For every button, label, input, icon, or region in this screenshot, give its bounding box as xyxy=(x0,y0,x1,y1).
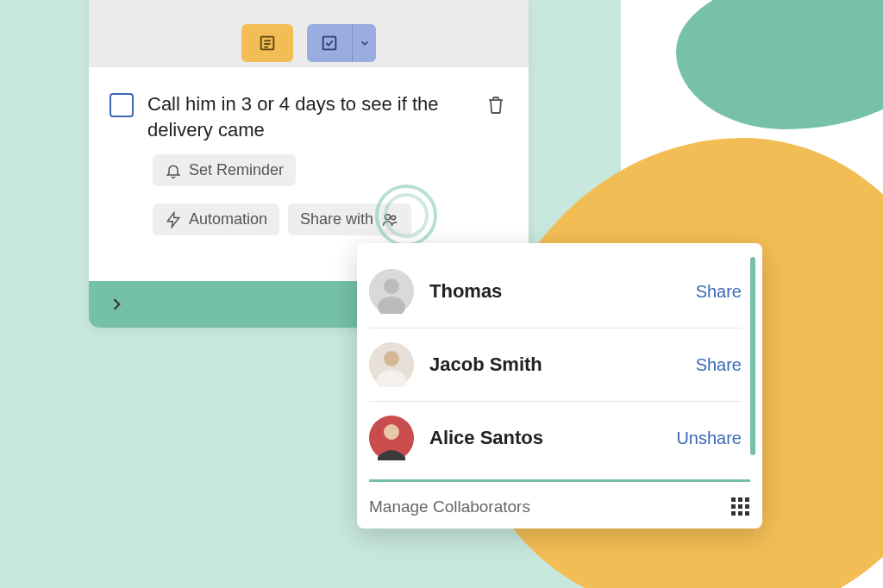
checklist-mode-button[interactable] xyxy=(307,24,376,62)
checklist-icon-wrap xyxy=(307,34,352,53)
unshare-action[interactable]: Unshare xyxy=(676,428,742,448)
trash-icon xyxy=(485,95,506,116)
svg-point-7 xyxy=(391,216,396,220)
contact-row: Jacob Smith Share xyxy=(369,328,742,402)
share-action[interactable]: Share xyxy=(696,355,742,375)
contact-row: Thomas Share xyxy=(369,255,742,328)
contact-list: Thomas Share Jacob Smith Share Alice San… xyxy=(369,255,750,474)
task-text[interactable]: Call him in 3 or 4 days to see if the de… xyxy=(147,91,470,142)
chevron-right-icon xyxy=(108,296,125,313)
contact-name: Jacob Smith xyxy=(429,353,680,376)
svg-point-12 xyxy=(384,351,399,366)
svg-point-9 xyxy=(384,278,399,294)
people-icon xyxy=(380,211,399,228)
apps-grid-icon[interactable] xyxy=(731,497,750,516)
contact-row: Alice Santos Unshare xyxy=(369,402,742,474)
avatar xyxy=(369,269,414,314)
svg-rect-4 xyxy=(323,37,336,50)
note-icon xyxy=(258,34,277,53)
card-top-strip xyxy=(89,0,529,19)
automation-button[interactable]: Automation xyxy=(153,203,279,235)
checklist-dropdown[interactable] xyxy=(352,24,376,62)
share-with-button[interactable]: Share with xyxy=(288,203,411,235)
svg-point-15 xyxy=(384,424,399,440)
contact-name: Alice Santos xyxy=(429,427,661,449)
share-label: Share with xyxy=(300,210,373,228)
bg-teal-blob xyxy=(676,0,883,129)
avatar xyxy=(369,342,414,387)
task-checkbox[interactable] xyxy=(110,93,134,117)
task-row: Call him in 3 or 4 days to see if the de… xyxy=(89,67,529,142)
reminder-label: Set Reminder xyxy=(189,161,284,179)
popup-footer: Manage Collaborators xyxy=(369,479,750,516)
manage-collaborators-link[interactable]: Manage Collaborators xyxy=(369,497,530,516)
delete-button[interactable] xyxy=(484,93,508,117)
checkbox-icon xyxy=(320,34,339,53)
bolt-icon xyxy=(165,211,182,228)
automation-label: Automation xyxy=(189,210,267,228)
svg-marker-5 xyxy=(167,213,178,228)
avatar xyxy=(369,416,414,460)
chevron-down-icon xyxy=(359,37,371,49)
set-reminder-button[interactable]: Set Reminder xyxy=(153,154,296,186)
share-action[interactable]: Share xyxy=(696,282,742,302)
share-popup: Thomas Share Jacob Smith Share Alice San… xyxy=(357,243,762,529)
contact-name: Thomas xyxy=(429,280,680,303)
svg-point-6 xyxy=(385,215,391,220)
scrollbar[interactable] xyxy=(750,257,755,455)
note-mode-button[interactable] xyxy=(241,24,293,62)
card-toolbar xyxy=(89,19,529,67)
task-actions: Set Reminder Automation Share with xyxy=(89,142,529,235)
bell-icon xyxy=(165,162,182,179)
